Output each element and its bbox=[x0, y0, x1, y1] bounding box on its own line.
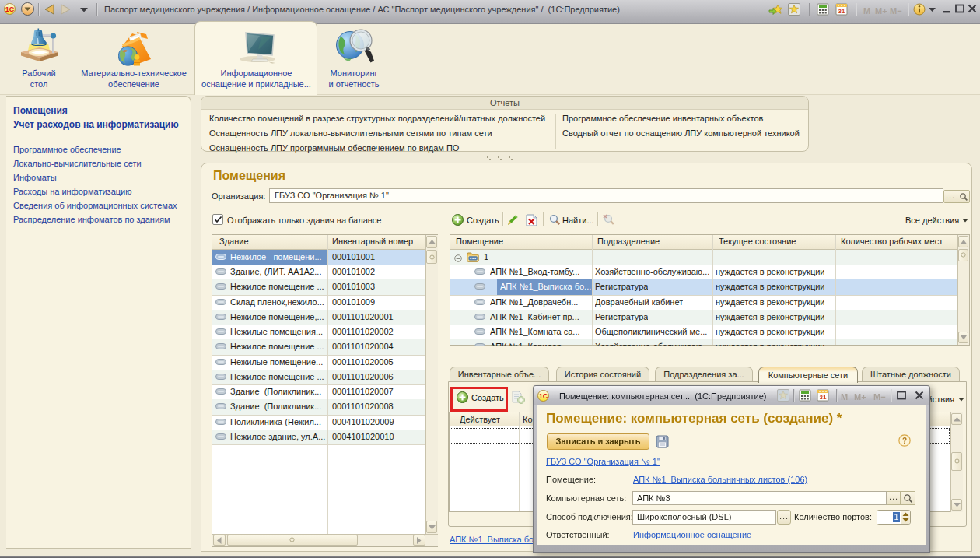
svg-text:?: ? bbox=[902, 437, 907, 445]
svg-text:31: 31 bbox=[820, 394, 827, 401]
svg-text:1С: 1С bbox=[539, 392, 548, 400]
svg-text:31: 31 bbox=[838, 8, 845, 15]
svg-text:1С: 1С bbox=[5, 5, 15, 13]
